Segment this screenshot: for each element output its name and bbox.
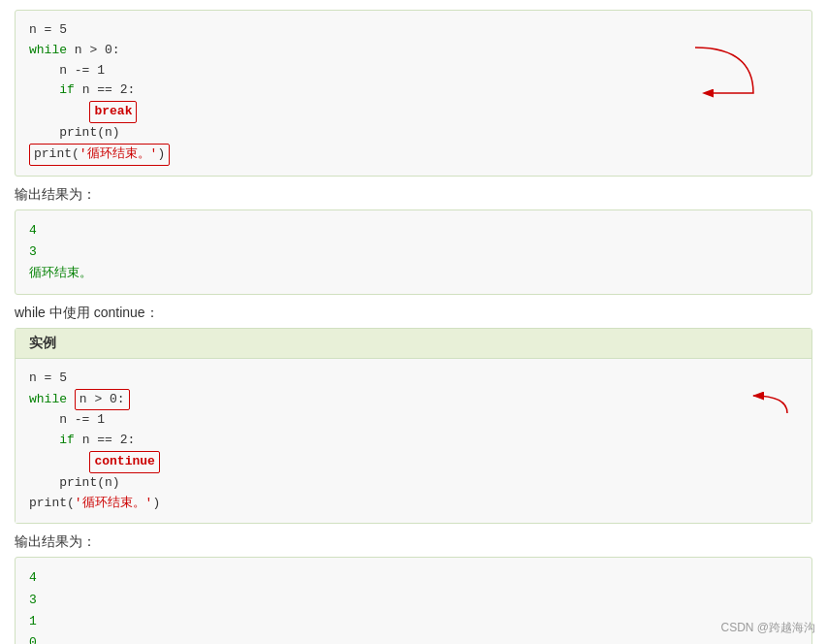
code-line-7: print('循环结束。') — [29, 144, 798, 166]
code2-line-4: if n == 2: — [29, 431, 798, 451]
output-label-2: 输出结果为： — [15, 533, 812, 551]
example-header: 实例 — [16, 329, 811, 359]
watermark: CSDN @跨越海沟 — [720, 620, 815, 636]
code2-line-6: print(n) — [29, 473, 798, 494]
code2-line-1: n = 5 — [29, 369, 798, 389]
code-line-4: if n == 2: — [29, 80, 798, 101]
code2-line-5: continue — [29, 451, 798, 473]
code-line-1: n = 5 — [29, 20, 798, 41]
output2-line-4: 0 — [29, 632, 798, 644]
code2-line-7: print('循环结束。') — [29, 494, 798, 514]
output-line-2: 3 — [29, 242, 798, 263]
example-box: 实例 n = 5 while n > 0: n -= 1 if n == 2: … — [15, 328, 812, 525]
output-label-1: 输出结果为： — [15, 186, 812, 204]
continue-code-block: n = 5 while n > 0: n -= 1 if n == 2: con… — [16, 359, 811, 524]
output2-line-1: 4 — [29, 567, 798, 589]
code-line-5: break — [29, 101, 798, 123]
output-block-1: 4 3 循环结束。 — [15, 209, 812, 295]
code-line-3: n -= 1 — [29, 61, 798, 81]
output-line-3: 循环结束。 — [29, 263, 798, 284]
output2-line-2: 3 — [29, 590, 798, 611]
break-code-block: n = 5 while n > 0: n -= 1 if n == 2: bre… — [15, 10, 812, 177]
output-line-1: 4 — [29, 220, 798, 242]
section2-label: while 中使用 continue： — [15, 305, 812, 322]
code-line-2: while n > 0: — [29, 41, 798, 61]
code2-line-3: n -= 1 — [29, 410, 798, 431]
code2-line-2: while n > 0: — [29, 389, 798, 411]
output2-line-3: 1 — [29, 611, 798, 632]
output-block-2: 4 3 1 0 循环结束。 — [15, 557, 812, 644]
code-line-6: print(n) — [29, 123, 798, 144]
